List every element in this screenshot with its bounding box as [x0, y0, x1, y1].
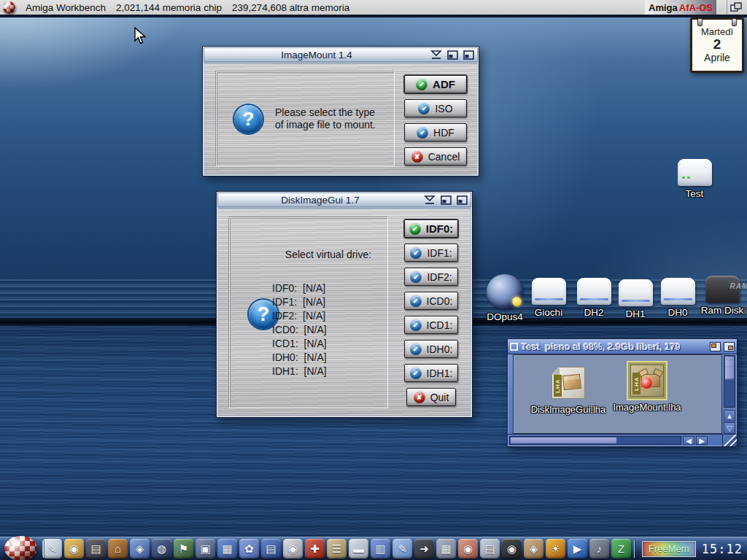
- drive-status-line: IDF0: [N/A]: [272, 281, 327, 295]
- ascii-viewer-icon[interactable]: ◈: [130, 539, 150, 559]
- desktop-icon-ram-disk[interactable]: RAM Ram Disk: [698, 276, 746, 316]
- paint-bomb-icon[interactable]: ◉: [283, 539, 303, 559]
- confirm-icon: ✔: [418, 103, 430, 114]
- lha-archive-icon: LHA: [551, 367, 585, 399]
- image-viewer-icon[interactable]: ▤: [261, 539, 281, 559]
- scroll-up-button[interactable]: ▲: [724, 410, 735, 421]
- cancel-icon: ✘: [414, 392, 425, 403]
- flower-orb-icon[interactable]: ✿: [239, 539, 259, 559]
- desktop-icon-test[interactable]: Test: [673, 159, 716, 199]
- disk-drive-icon: [532, 278, 566, 305]
- confirm-icon: ✔: [410, 343, 422, 355]
- depth-gadget[interactable]: [454, 194, 469, 206]
- disk-drive-icon: [619, 279, 653, 306]
- mui-green-icon[interactable]: Z: [611, 539, 631, 559]
- film-reel-icon[interactable]: ♪: [589, 539, 609, 559]
- floppy-stack-icon[interactable]: ▤: [480, 539, 500, 559]
- scanner-icon[interactable]: ▬: [349, 539, 368, 559]
- desktop-icon-giochi[interactable]: Giochi: [527, 278, 570, 318]
- depth-icon: [463, 50, 474, 60]
- cd-photos-icon[interactable]: ◈: [524, 539, 543, 559]
- monitor-icon[interactable]: ▣: [196, 539, 215, 559]
- test-window: Test pieno al 98%, 2.9Gb liberi, 179 LHA…: [507, 338, 738, 447]
- cancel-button[interactable]: ✘ Cancel: [404, 147, 467, 166]
- file-imagemount-lha[interactable]: LHA ImageMount.lha: [609, 362, 685, 413]
- calendar-widget[interactable]: Martedì 2 Aprile: [690, 18, 744, 73]
- ball-game-icon[interactable]: ◉: [458, 539, 478, 559]
- taskbar: ✎◉▤⌂◈◍⚑▣▦✿▤◉✚☰▬▥✎➜▦◉▤◉◈☀▶♪Z FreeMem 15:1…: [0, 537, 747, 560]
- diskimagegui-content: Select virtual drive: ? IDF0: [N/A]IDF1:…: [218, 208, 471, 416]
- quit-button[interactable]: ✘ Quit: [406, 388, 456, 406]
- imagemount-titlebar[interactable]: ImageMount 1.4: [204, 47, 478, 62]
- gui-builder-icon[interactable]: ▥: [371, 539, 390, 559]
- idf0-button[interactable]: ✔ IDF0:: [404, 219, 458, 238]
- drive-status-line: IDH1: [N/A]: [272, 365, 327, 378]
- desktop-icon-dh1[interactable]: DH1: [614, 279, 657, 319]
- vscroll-thumb[interactable]: ∙∙∙∙∙∙: [725, 357, 734, 380]
- adf-button[interactable]: ✔ ADF: [404, 75, 467, 93]
- depth-gadget[interactable]: [461, 49, 476, 61]
- cd-burner-icon[interactable]: ◉: [64, 539, 84, 559]
- file-diskimagegui-lha[interactable]: LHA DiskImageGui.lha: [530, 365, 606, 415]
- icd1-button[interactable]: ✔ ICD1:: [404, 316, 458, 334]
- lha-badge: LHA: [554, 375, 562, 397]
- confirm-icon: ✔: [410, 247, 422, 259]
- idh0-button[interactable]: ✔ IDH0:: [404, 340, 458, 358]
- resize-corner[interactable]: [722, 434, 737, 446]
- puzzle-blocks-icon[interactable]: ▦: [217, 539, 237, 559]
- desktop-icon-dh2[interactable]: DH2: [572, 278, 616, 318]
- scroll-left-button[interactable]: ◀: [683, 436, 694, 445]
- media-player-icon[interactable]: ▶: [568, 539, 587, 559]
- imagemount-buttons: ✔ ADF ✔ ISO ✔ HDF ✘ Cancel: [404, 63, 467, 177]
- scroll-right-button[interactable]: ▶: [696, 436, 708, 445]
- miami-network-icon[interactable]: ⚑: [174, 539, 193, 559]
- red-arrow-icon[interactable]: ➜: [414, 539, 434, 559]
- subwoofer-icon[interactable]: ◉: [502, 539, 522, 559]
- iconify-gadget[interactable]: [429, 49, 444, 61]
- lightbulb-icon: [512, 297, 522, 306]
- imagemount-content: ? Please select the type of image file t…: [204, 63, 477, 174]
- dock-icons: ✎◉▤⌂◈◍⚑▣▦✿▤◉✚☰▬▥✎➜▦◉▤◉◈☀▶♪Z: [42, 539, 631, 559]
- icd0-button[interactable]: ✔ ICD0:: [404, 292, 458, 310]
- depth-gadget[interactable]: [724, 342, 735, 351]
- calendar-pin-icon: [697, 18, 703, 26]
- notepad-icon[interactable]: ✎: [392, 539, 412, 559]
- idf1-button[interactable]: ✔ IDF1:: [404, 244, 458, 262]
- address-book-icon[interactable]: ▤: [86, 539, 106, 559]
- vertical-scrollbar[interactable]: ∙∙∙∙∙∙ ▲ ▽: [722, 354, 737, 434]
- iconify-gadget[interactable]: [422, 194, 437, 206]
- hdf-button[interactable]: ✔ HDF: [404, 123, 467, 141]
- idh1-button[interactable]: ✔ IDH1:: [404, 364, 458, 382]
- toolbox-icon[interactable]: ✚: [305, 539, 325, 559]
- vscroll-track[interactable]: ∙∙∙∙∙∙: [724, 355, 735, 408]
- desktop-icon-dopus4[interactable]: DOpus4: [482, 274, 527, 322]
- screen-depth-gadget[interactable]: [727, 0, 744, 15]
- amiga-menu-ball-icon[interactable]: [4, 536, 37, 560]
- depth-icon: [730, 2, 742, 12]
- web-globe-icon[interactable]: ◍: [152, 539, 171, 559]
- clock: 15:12: [702, 542, 743, 556]
- zoom-gadget[interactable]: [710, 342, 721, 351]
- desktop-icon-dh0[interactable]: DH0: [656, 278, 700, 318]
- zoom-gadget[interactable]: [438, 194, 453, 206]
- chip-memory-readout: 2,021,144 memoria chip: [116, 2, 222, 13]
- fireball-icon[interactable]: ☀: [546, 539, 565, 559]
- zoom-gadget[interactable]: [445, 49, 460, 61]
- calculator-icon[interactable]: ▦: [436, 539, 456, 559]
- iso-button[interactable]: ✔ ISO: [404, 99, 467, 117]
- test-window-content: LHA DiskImageGui.lha LHA ImageMount.lha: [513, 354, 722, 434]
- horizontal-scrollbar[interactable]: ◀ ▶: [508, 434, 722, 446]
- imagemount-message: Please select the type of image file to …: [275, 106, 386, 131]
- confirm-icon: ✔: [416, 79, 427, 90]
- test-titlebar[interactable]: Test pieno al 98%, 2.9Gb liberi, 179: [508, 339, 737, 354]
- close-gadget[interactable]: [510, 343, 518, 351]
- drive-status-line: ICD1: [N/A]: [272, 337, 327, 351]
- document-gear-icon[interactable]: ☰: [327, 539, 347, 559]
- briefcase-icon[interactable]: ⌂: [108, 539, 128, 559]
- text-editor-icon[interactable]: ✎: [42, 539, 62, 559]
- diskimagegui-titlebar[interactable]: DiskImageGui 1.7: [217, 192, 471, 207]
- scroll-down-button[interactable]: ▽: [724, 422, 735, 434]
- hscroll-thumb[interactable]: [511, 438, 616, 443]
- hscroll-track[interactable]: [509, 436, 681, 445]
- idf2-button[interactable]: ✔ IDF2:: [404, 268, 458, 286]
